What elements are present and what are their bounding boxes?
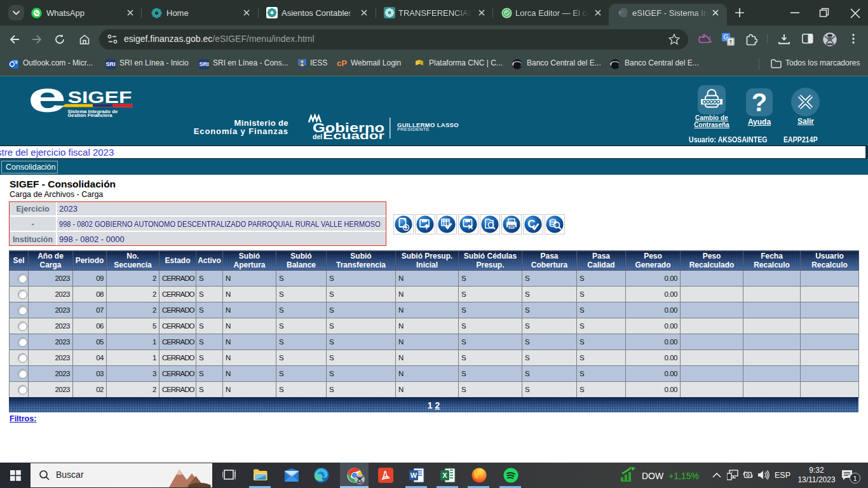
svg-text:X: X bbox=[442, 471, 447, 479]
svg-text:e: e bbox=[28, 76, 66, 121]
svg-text:PRESIDENTE: PRESIDENTE bbox=[397, 126, 430, 132]
svg-text:SIGEF: SIGEF bbox=[68, 88, 132, 106]
svg-text:Ecuador: Ecuador bbox=[323, 130, 385, 141]
svg-text:W: W bbox=[410, 471, 417, 479]
svg-text:Gestión Financiera: Gestión Financiera bbox=[68, 112, 113, 118]
svg-text:Economía y Finanzas: Economía y Finanzas bbox=[194, 126, 288, 136]
svg-text:del: del bbox=[313, 133, 322, 140]
